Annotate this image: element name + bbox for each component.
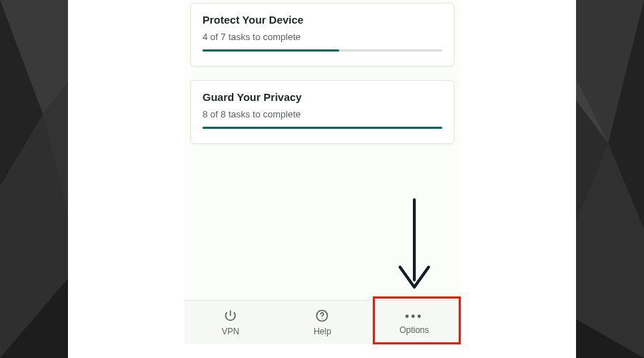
tab-help[interactable]: Help [276,301,368,344]
bottom-tab-bar: VPN Help ••• Options [185,300,460,344]
more-icon: ••• [405,309,424,324]
card-subtitle: 8 of 8 tasks to complete [203,109,442,120]
progress-fill [203,49,339,52]
progress-track [203,127,442,129]
tab-label: VPN [222,326,240,337]
security-app-panel: Protect Your Device 4 of 7 tasks to comp… [185,0,460,344]
card-protect-device[interactable]: Protect Your Device 4 of 7 tasks to comp… [190,3,454,67]
tab-label: Help [313,326,331,337]
tab-label: Options [399,325,429,335]
svg-point-12 [322,318,323,319]
card-guard-privacy[interactable]: Guard Your Privacy 8 of 8 tasks to compl… [190,80,454,144]
document-canvas: Protect Your Device 4 of 7 tasks to comp… [68,0,576,358]
tab-vpn[interactable]: VPN [185,301,276,344]
tab-options[interactable]: ••• Options [369,301,460,344]
help-icon [315,309,329,325]
card-subtitle: 4 of 7 tasks to complete [203,32,442,42]
progress-track [203,49,442,52]
power-icon [223,309,238,325]
progress-fill [203,127,442,129]
card-title: Protect Your Device [203,14,442,26]
card-title: Guard Your Privacy [203,91,442,103]
